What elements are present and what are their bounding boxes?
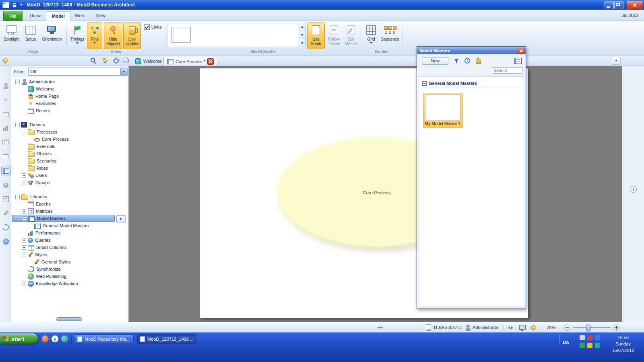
orientation-button[interactable]: Orientation: [39, 23, 64, 49]
tree-item-roles[interactable]: Roles: [12, 165, 128, 172]
expand-icon[interactable]: [22, 181, 26, 185]
tree-item-styles[interactable]: Styles: [12, 251, 128, 258]
tab-home[interactable]: Home: [24, 11, 47, 21]
tab-core-process[interactable]: Core Process *: [163, 57, 217, 66]
tree-item-knowledge-activation[interactable]: Knowledge Activation: [12, 280, 128, 287]
info-icon[interactable]: [464, 58, 470, 64]
strip-styles-icon[interactable]: [1, 209, 10, 218]
close-button[interactable]: [627, 1, 642, 9]
collapse-icon[interactable]: [22, 216, 27, 221]
tab-model[interactable]: Model: [46, 11, 71, 21]
tray-app-icon[interactable]: [595, 343, 600, 348]
expand-icon[interactable]: [22, 282, 26, 286]
print-icon[interactable]: [122, 57, 129, 64]
horizontal-scrollbar-thumb[interactable]: [56, 317, 82, 321]
links-checkbox-row[interactable]: Links: [144, 24, 162, 30]
tree-item-web-publishing[interactable]: Web Publishing: [12, 273, 128, 280]
zoom-slider-track[interactable]: [573, 327, 611, 328]
taskbar-button-architect[interactable]: MooD_120713_1408 ...: [137, 334, 196, 344]
strip-chart-icon[interactable]: [1, 123, 10, 132]
tree-item-welcome[interactable]: Welcome: [12, 85, 128, 93]
info-icon[interactable]: [630, 186, 637, 193]
quicklaunch-messenger-icon[interactable]: [61, 335, 68, 342]
zoom-out-button[interactable]: [564, 322, 570, 333]
expand-icon[interactable]: [22, 245, 26, 250]
filter-dropdown-button[interactable]: [120, 68, 128, 75]
live-update-button[interactable]: Live Update: [123, 23, 141, 49]
panel-titlebar[interactable]: Model Masters: [417, 47, 526, 54]
new-button[interactable]: New: [422, 57, 448, 65]
tray-volume-icon[interactable]: [580, 335, 585, 340]
gallery-scroll-down-button[interactable]: [299, 31, 305, 39]
label-tag-icon[interactable]: [3, 58, 8, 64]
tab-web[interactable]: Web: [69, 11, 89, 21]
tree-item-themes[interactable]: Themes: [12, 121, 128, 128]
timings-button[interactable]: Timings: [68, 23, 86, 49]
model-master-gallery[interactable]: [167, 23, 305, 47]
grid-button[interactable]: Grid: [363, 23, 379, 49]
filter-check-icon[interactable]: [101, 58, 107, 64]
strip-synchronize-icon[interactable]: [1, 223, 10, 232]
tab-file[interactable]: File: [3, 11, 23, 21]
edit-master-button[interactable]: Edit Master: [343, 23, 359, 49]
tree-item-groups[interactable]: Groups: [12, 179, 128, 186]
tree-item-performance[interactable]: Performance: [12, 229, 128, 237]
tray-language-indicator[interactable]: DA: [563, 340, 569, 345]
tree-item-users[interactable]: Users: [12, 172, 128, 179]
maximize-button[interactable]: [614, 1, 623, 9]
page-size-indicator[interactable]: 11.69 x 8.27 in: [426, 322, 462, 333]
tree-item-epochs[interactable]: Epochs: [12, 200, 128, 208]
expand-icon[interactable]: [22, 173, 26, 178]
tree-item-core-process[interactable]: Core Process: [12, 136, 128, 143]
card-view-icon[interactable]: [514, 58, 522, 64]
tree-item-recent[interactable]: Recent: [12, 107, 128, 114]
save-icon[interactable]: [12, 2, 18, 8]
strip-cards-icon[interactable]: [1, 109, 10, 118]
collapse-icon[interactable]: [22, 130, 26, 134]
gallery-scroll-up-button[interactable]: [299, 23, 305, 31]
tab-close-button[interactable]: [207, 58, 214, 65]
model-master-item[interactable]: My Model Master 1: [423, 93, 462, 128]
tree-item-objects[interactable]: Objects: [12, 150, 128, 157]
strip-report-icon[interactable]: [1, 152, 10, 160]
quick-access-dropdown-icon[interactable]: [20, 4, 23, 6]
expand-panel-arrow-button[interactable]: [116, 215, 126, 222]
strip-web-icon[interactable]: [1, 237, 10, 246]
tray-update-icon[interactable]: [580, 343, 585, 348]
tree-item-matrices[interactable]: Matrices: [12, 208, 128, 215]
tree-item-model-masters[interactable]: Model Masters: [12, 215, 115, 222]
current-user-indicator[interactable]: Administrator: [465, 322, 499, 333]
start-button[interactable]: start: [0, 333, 38, 344]
collapse-icon[interactable]: [22, 253, 26, 257]
taskbar-button-repository[interactable]: MooD Repository Ma...: [74, 334, 134, 344]
tree-item-favourites[interactable]: Favourites: [12, 100, 128, 107]
sequence-button[interactable]: 1 2 3 Sequence: [380, 23, 400, 49]
tree-item-general-styles[interactable]: General Styles: [12, 258, 128, 265]
app-icon[interactable]: [2, 2, 9, 8]
tree-item-home-page[interactable]: Home Page: [12, 93, 128, 100]
tray-alert-icon[interactable]: [587, 335, 592, 340]
spotlight-button[interactable]: Spotlight: [2, 23, 22, 49]
lock-icon[interactable]: [476, 60, 481, 64]
fit-to-window-button[interactable]: [508, 322, 513, 333]
tray-warning-icon[interactable]: [587, 343, 592, 348]
tree-item-synchronize[interactable]: Synchronize: [12, 265, 128, 273]
tree-item-scenarios[interactable]: Scenarios: [12, 157, 128, 165]
use-blank-button[interactable]: Use Blank: [307, 23, 325, 49]
panel-close-button[interactable]: [518, 48, 524, 54]
quicklaunch-browser-icon[interactable]: [42, 335, 49, 342]
tree-item-smart-columns[interactable]: Smart Columns: [12, 244, 128, 251]
tree-item-administrator[interactable]: Administrator: [12, 78, 128, 85]
tray-clock[interactable]: 18:56 Sunday 15/07/2012: [605, 334, 642, 354]
strip-help-icon[interactable]: [1, 181, 10, 189]
hide-flipped-button[interactable]: Hide Flipped: [104, 23, 122, 49]
tree-item-externals[interactable]: Externals: [12, 143, 128, 150]
search-input[interactable]: [492, 67, 522, 74]
strip-matrix-icon[interactable]: [1, 195, 10, 204]
tree-item-libraries[interactable]: Libraries: [12, 193, 128, 200]
tray-network-icon[interactable]: [595, 335, 600, 340]
expand-icon[interactable]: [22, 209, 26, 214]
search-tree-icon[interactable]: [90, 58, 96, 64]
filter-funnel-icon[interactable]: [454, 58, 459, 63]
strip-model-masters-icon[interactable]: [1, 166, 11, 175]
